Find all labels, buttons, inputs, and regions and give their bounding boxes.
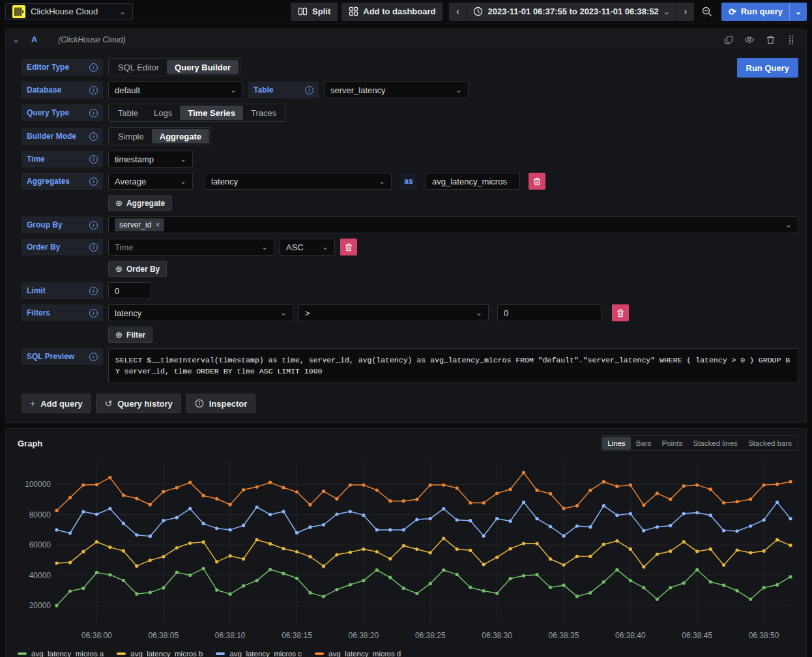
- drag-handle-icon[interactable]: [784, 33, 798, 47]
- field-label-database: Databasei: [22, 81, 103, 98]
- hide-query-icon[interactable]: [742, 33, 757, 47]
- database-select[interactable]: default⌄: [108, 81, 243, 98]
- field-label-sql-preview: SQL Previewi: [22, 348, 103, 365]
- graph-style-stacked-bars[interactable]: Stacked bars: [743, 437, 797, 450]
- remove-aggregate-button[interactable]: [529, 173, 545, 190]
- datasource-picker[interactable]: ClickHouse Cloud ⌄: [5, 3, 133, 20]
- add-filter-button[interactable]: ⊕Filter: [108, 327, 152, 343]
- legend-item[interactable]: avg_latency_micros b: [117, 650, 203, 657]
- time-range-control: ‹ 2023-11-01 06:37:55 to 2023-11-01 06:3…: [449, 3, 693, 21]
- plus-circle-icon: ⊕: [115, 330, 123, 340]
- svg-text:06:38:35: 06:38:35: [549, 631, 579, 640]
- legend-label: avg_latency_micros b: [130, 650, 203, 657]
- graph-panel: Graph Lines Bars Points Stacked lines St…: [5, 428, 807, 657]
- table-select[interactable]: server_latency⌄: [324, 81, 469, 98]
- info-icon[interactable]: i: [89, 221, 98, 229]
- time-range-text: 2023-11-01 06:37:55 to 2023-11-01 06:38:…: [487, 7, 658, 16]
- query-ref-id[interactable]: A: [31, 35, 37, 44]
- editor-type-option-sql-editor[interactable]: SQL Editor: [110, 60, 167, 74]
- info-icon[interactable]: i: [89, 353, 98, 361]
- svg-text:06:38:45: 06:38:45: [682, 631, 712, 640]
- info-icon[interactable]: i: [89, 177, 98, 186]
- info-icon[interactable]: i: [89, 109, 98, 117]
- inspector-button[interactable]: Inspector: [186, 394, 256, 413]
- info-icon[interactable]: i: [89, 63, 98, 72]
- svg-text:100000: 100000: [25, 480, 51, 489]
- chevron-down-icon: ⌄: [476, 309, 482, 317]
- legend-item[interactable]: avg_latency_micros a: [18, 650, 104, 657]
- info-icon[interactable]: i: [89, 309, 98, 317]
- svg-text:20000: 20000: [29, 601, 51, 610]
- info-icon[interactable]: i: [89, 243, 98, 252]
- info-icon[interactable]: i: [89, 287, 98, 295]
- add-order-by-button[interactable]: ⊕Order By: [108, 261, 167, 277]
- aggregate-function-select[interactable]: Average⌄: [108, 173, 193, 190]
- split-button[interactable]: Split: [291, 3, 338, 21]
- editor-type-toggle: SQL Editor Query Builder: [108, 58, 240, 76]
- field-label-limit: Limiti: [22, 282, 103, 299]
- query-type-option-traces[interactable]: Traces: [243, 106, 284, 120]
- aggregate-alias-input[interactable]: [426, 173, 520, 190]
- legend-item[interactable]: avg_latency_micros c: [216, 650, 302, 657]
- run-query-panel-button[interactable]: Run Query: [737, 58, 798, 78]
- graph-style-stacked-lines[interactable]: Stacked lines: [688, 437, 742, 450]
- info-icon[interactable]: i: [89, 132, 98, 141]
- svg-text:06:38:50: 06:38:50: [749, 631, 779, 640]
- chevron-down-icon: ⌄: [379, 177, 385, 185]
- remove-filter-button[interactable]: [612, 304, 629, 321]
- add-aggregate-button[interactable]: ⊕Aggregate: [108, 195, 172, 211]
- query-history-button[interactable]: ↺Query history: [96, 394, 181, 413]
- info-icon[interactable]: i: [89, 155, 98, 164]
- field-label-group-by: Group Byi: [22, 216, 103, 233]
- query-type-toggle: Table Logs Time Series Traces: [108, 104, 286, 122]
- svg-text:06:38:20: 06:38:20: [349, 631, 379, 640]
- duplicate-query-icon[interactable]: [721, 33, 736, 47]
- run-query-button[interactable]: ⟳ Run query: [721, 3, 789, 21]
- query-type-option-time-series[interactable]: Time Series: [180, 106, 243, 120]
- builder-mode-toggle: Simple Aggregate: [108, 127, 211, 145]
- add-to-dashboard-button[interactable]: Add to dashboard: [341, 3, 442, 21]
- graph-style-points[interactable]: Points: [657, 437, 688, 450]
- time-column-select[interactable]: timestamp⌄: [108, 151, 193, 168]
- group-by-multiselect[interactable]: server_id× ⌄: [108, 216, 798, 233]
- zoom-out-icon[interactable]: [698, 3, 716, 21]
- legend-swatch: [117, 652, 126, 655]
- time-series-chart[interactable]: 06:38:0006:38:0506:38:1006:38:1506:38:20…: [14, 452, 798, 645]
- remove-chip-icon[interactable]: ×: [155, 220, 160, 229]
- graph-style-bars[interactable]: Bars: [631, 437, 657, 450]
- filter-operator-select[interactable]: >⌄: [298, 304, 489, 321]
- remove-query-icon[interactable]: [763, 33, 777, 47]
- query-type-option-table[interactable]: Table: [110, 106, 146, 120]
- remove-order-by-button[interactable]: [340, 239, 357, 256]
- filter-field-select[interactable]: latency⌄: [108, 304, 293, 321]
- builder-mode-option-aggregate[interactable]: Aggregate: [152, 129, 209, 143]
- filter-value-input[interactable]: [497, 304, 602, 321]
- top-bar: ClickHouse Cloud ⌄ Split Add to dashboar…: [0, 0, 812, 23]
- editor-type-option-query-builder[interactable]: Query Builder: [167, 60, 239, 74]
- query-header: ⌄ A (ClickHouse Cloud): [6, 29, 806, 50]
- info-icon[interactable]: i: [305, 86, 313, 95]
- datasource-name: ClickHouse Cloud: [31, 7, 98, 16]
- graph-style-lines[interactable]: Lines: [602, 437, 631, 450]
- svg-text:06:38:15: 06:38:15: [282, 631, 312, 640]
- legend-label: avg_latency_micros d: [328, 650, 401, 657]
- limit-input[interactable]: [108, 282, 151, 299]
- order-by-field-select[interactable]: Time⌄: [108, 239, 274, 256]
- aggregate-column-select[interactable]: latency⌄: [205, 173, 392, 190]
- time-range-picker[interactable]: 2023-11-01 06:37:55 to 2023-11-01 06:38:…: [466, 3, 676, 21]
- info-icon[interactable]: i: [89, 86, 98, 95]
- order-by-direction-select[interactable]: ASC⌄: [280, 239, 335, 256]
- sql-preview-text: SELECT $__timeInterval(timestamp) as tim…: [108, 348, 798, 383]
- time-shift-back-button[interactable]: ‹: [449, 3, 466, 21]
- chevron-down-icon: ⌄: [261, 243, 268, 251]
- run-query-dropdown[interactable]: ⌄: [789, 3, 807, 21]
- query-footer-actions: +Add query ↺Query history Inspector: [22, 394, 798, 413]
- collapse-query-icon[interactable]: ⌄: [12, 35, 20, 44]
- legend-item[interactable]: avg_latency_micros d: [315, 650, 401, 657]
- plus-circle-icon: ⊕: [115, 198, 123, 208]
- builder-mode-option-simple[interactable]: Simple: [110, 129, 152, 143]
- query-type-option-logs[interactable]: Logs: [146, 106, 180, 120]
- time-shift-forward-button[interactable]: ›: [677, 3, 694, 21]
- chevron-down-icon: ⌄: [322, 243, 328, 251]
- add-query-button[interactable]: +Add query: [22, 394, 91, 413]
